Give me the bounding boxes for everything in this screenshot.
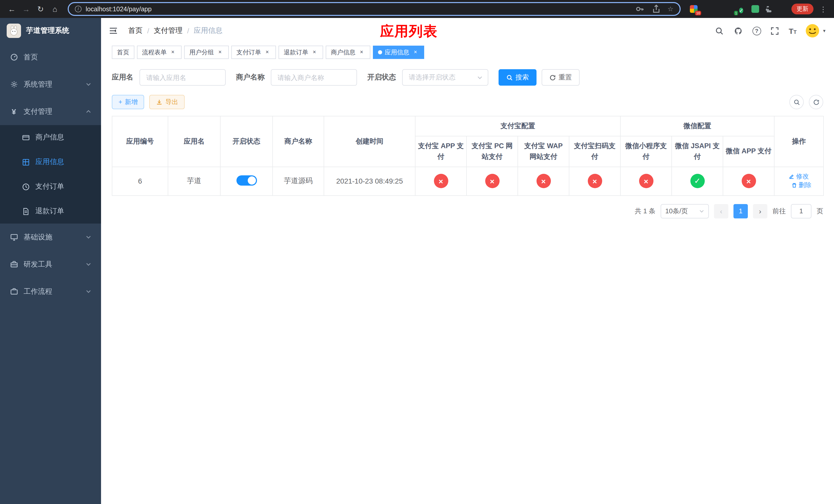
app-name-input[interactable]	[139, 69, 226, 86]
status-select[interactable]: 请选择开启状态	[402, 69, 488, 86]
extension-avatar-icon[interactable]: 1	[727, 5, 735, 13]
status-label: 开启状态	[367, 73, 396, 82]
sidebar-item-infrastructure[interactable]: 基础设施	[0, 224, 101, 251]
chrome-update-button[interactable]: 更新	[791, 4, 813, 14]
show-search-button[interactable]	[789, 95, 804, 109]
tab-user-group[interactable]: 用户分组 ×	[184, 46, 229, 59]
extension-chat-icon[interactable]	[751, 5, 760, 13]
tab-pay-orders[interactable]: 支付订单 ×	[231, 46, 276, 59]
chevron-down-icon	[699, 209, 704, 214]
tab-close-icon[interactable]: ×	[311, 49, 318, 56]
tab-close-icon[interactable]: ×	[216, 49, 224, 56]
add-button[interactable]: + 新增	[112, 95, 145, 109]
tab-close-icon[interactable]: ×	[358, 49, 365, 56]
sidebar-item-label: 商户信息	[36, 133, 64, 142]
extension-puzzle-icon[interactable]	[764, 5, 772, 13]
clock-icon	[22, 183, 30, 191]
font-size-icon[interactable]: TT	[789, 26, 797, 35]
sidebar-item-home[interactable]: 首页	[0, 44, 101, 71]
search-icon[interactable]	[715, 26, 725, 36]
main-area: 首页 / 支付管理 / 应用信息 应用列表 ?	[101, 18, 834, 504]
toolbox-icon	[10, 260, 18, 269]
browser-forward-icon[interactable]: →	[20, 2, 33, 16]
wechat-app-status-icon	[741, 174, 756, 188]
refresh-table-button[interactable]	[809, 95, 823, 109]
export-button[interactable]: 导出	[150, 95, 185, 109]
goto-page-input[interactable]	[791, 204, 811, 219]
sidebar-item-refund-orders[interactable]: 退款订单	[0, 199, 101, 224]
tab-label: 流程表单	[142, 48, 167, 56]
tab-home[interactable]: 首页	[112, 46, 134, 59]
breadcrumb-home[interactable]: 首页	[128, 26, 142, 36]
site-info-icon[interactable]: i	[75, 6, 82, 12]
sidebar-item-label: 支付订单	[36, 182, 64, 191]
tab-close-icon[interactable]: ×	[264, 49, 271, 56]
sidebar-item-merchant-info[interactable]: 商户信息	[0, 125, 101, 150]
logo-avatar	[7, 24, 21, 38]
chevron-down-icon	[86, 261, 91, 267]
fullscreen-icon[interactable]	[770, 26, 780, 36]
sidebar-item-label: 退款订单	[36, 207, 64, 216]
active-tab-dot	[378, 50, 382, 54]
col-wechat-app: 微信 APP 支付	[723, 136, 774, 167]
delete-link[interactable]: 删除	[791, 181, 811, 190]
tab-merchant-info[interactable]: 商户信息 ×	[326, 46, 370, 59]
sidebar-item-payment[interactable]: ¥ 支付管理	[0, 98, 101, 125]
share-icon[interactable]	[651, 4, 661, 14]
extension-dark-icon[interactable]	[715, 5, 723, 13]
sidebar-item-workflow[interactable]: 工作流程	[0, 278, 101, 305]
tab-close-icon[interactable]: ×	[169, 49, 176, 56]
extension-drop-icon[interactable]	[702, 5, 710, 13]
col-app-id: 应用编号	[112, 116, 168, 167]
chevron-down-icon	[86, 289, 91, 294]
browser-chrome: ← → ↻ ⌂ i localhost:1024/pay/app ☆ 10	[0, 0, 834, 18]
wechat-jsapi-status-icon	[690, 174, 704, 188]
bookmark-star-icon[interactable]: ☆	[667, 5, 674, 13]
search-button[interactable]: 搜索	[499, 69, 536, 86]
browser-reload-icon[interactable]: ↻	[34, 2, 47, 16]
prev-page-button[interactable]: ‹	[714, 204, 728, 219]
sidebar-item-label: 工作流程	[24, 287, 52, 296]
download-icon	[156, 99, 163, 105]
status-toggle[interactable]	[236, 175, 257, 186]
profile-avatar-icon[interactable]	[776, 5, 784, 13]
extension-grid-icon[interactable]: 10	[690, 5, 698, 13]
github-icon[interactable]	[733, 26, 744, 36]
tab-label: 应用信息	[385, 48, 409, 56]
sidebar-item-app-info[interactable]: 应用信息	[0, 150, 101, 174]
extension-badge-green: 1	[734, 10, 738, 15]
add-button-label: 新增	[125, 98, 138, 107]
col-merchant: 商户名称	[272, 116, 324, 167]
user-avatar[interactable]: ▼	[805, 24, 826, 38]
next-page-button[interactable]: ›	[753, 204, 767, 219]
breadcrumb-current: 应用信息	[194, 26, 223, 36]
tab-process-form[interactable]: 流程表单 ×	[137, 46, 181, 59]
trash-icon	[791, 183, 797, 188]
sidebar-item-dev-tools[interactable]: 研发工具	[0, 251, 101, 278]
chevron-up-icon	[86, 109, 91, 114]
browser-home-icon[interactable]: ⌂	[48, 2, 62, 16]
browser-back-icon[interactable]: ←	[5, 2, 19, 16]
breadcrumb-payment[interactable]: 支付管理	[154, 26, 182, 36]
address-bar[interactable]: i localhost:1024/pay/app ☆	[68, 2, 681, 16]
search-icon	[506, 74, 513, 81]
url-text: localhost:1024/pay/app	[86, 5, 152, 13]
col-actions: 操作	[774, 116, 824, 167]
merchant-name-input[interactable]	[271, 69, 357, 86]
extension-check-icon[interactable]: ✓	[739, 5, 747, 13]
sidebar-item-pay-orders[interactable]: 支付订单	[0, 174, 101, 199]
edit-link[interactable]: 修改	[789, 173, 809, 181]
tab-app-info[interactable]: 应用信息 ×	[373, 46, 424, 59]
help-icon[interactable]: ?	[752, 26, 761, 35]
page-size-select[interactable]: 10条/页	[661, 204, 709, 219]
browser-menu-icon[interactable]: ⋮	[818, 5, 829, 13]
pagination: 共 1 条 10条/页 ‹ 1 › 前往 页	[112, 204, 823, 219]
sidebar-toggle-icon[interactable]	[109, 25, 120, 37]
current-page-button[interactable]: 1	[733, 204, 748, 219]
sidebar-item-system[interactable]: 系统管理	[0, 71, 101, 98]
reset-button[interactable]: 重置	[542, 69, 579, 86]
tab-close-icon[interactable]: ×	[412, 49, 419, 56]
tab-refund-orders[interactable]: 退款订单 ×	[279, 46, 323, 59]
password-key-icon[interactable]	[635, 4, 645, 14]
search-button-label: 搜索	[515, 73, 529, 82]
